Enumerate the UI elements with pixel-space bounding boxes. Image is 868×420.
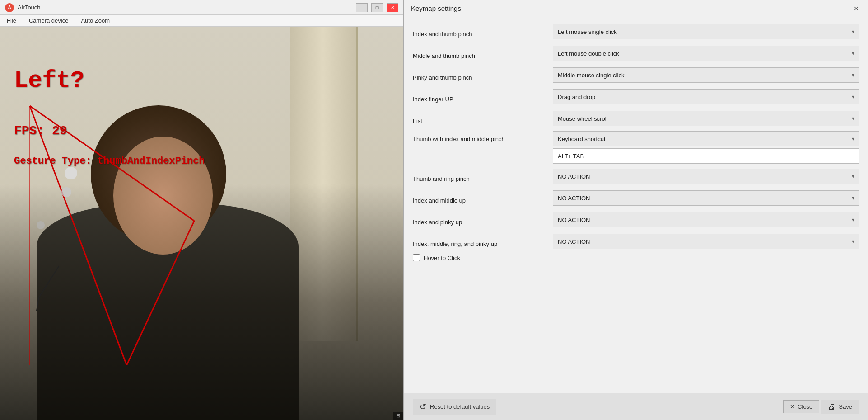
select-wrapper-4[interactable]: Left mouse single click Left mouse doubl…: [553, 111, 859, 126]
keymap-row-8: Index and pinky up Left mouse single cli…: [413, 211, 859, 229]
select-wrapper-3[interactable]: Left mouse single click Left mouse doubl…: [553, 89, 859, 104]
footer-right: ✕ Close 🖨 Save: [783, 400, 859, 414]
app-icon: A: [5, 3, 14, 12]
keymap-row-7: Index and middle up Left mouse single cl…: [413, 189, 859, 207]
select-wrapper-1[interactable]: Left mouse single click Left mouse doubl…: [553, 46, 859, 61]
keymap-footer: ↺ Reset to default values ✕ Close 🖨 Save: [404, 393, 868, 420]
action-select-6[interactable]: Left mouse single click Left mouse doubl…: [553, 169, 859, 184]
gesture-label-2: Pinky and thumb pinch: [413, 70, 553, 81]
app-title: AirTouch: [18, 4, 41, 11]
action-container-5: Left mouse single click Left mouse doubl…: [553, 131, 859, 164]
menu-camera-device[interactable]: Camera device: [26, 16, 71, 25]
keymap-titlebar: Keymap settings ✕: [404, 0, 868, 17]
gesture-label-0: Index and thumb pinch: [413, 26, 553, 38]
action-select-9[interactable]: Left mouse single click Left mouse doubl…: [553, 234, 859, 249]
keymap-row-4: Fist Left mouse single click Left mouse …: [413, 109, 859, 127]
action-select-0[interactable]: Left mouse single click Left mouse doubl…: [553, 24, 859, 39]
hover-click-row: Hover to Click: [413, 254, 859, 261]
window-close-button[interactable]: ✕: [387, 3, 398, 12]
gesture-label-6: Thumb and ring pinch: [413, 171, 553, 182]
keymap-row-3: Index finger UP Left mouse single click …: [413, 88, 859, 106]
action-container-8: Left mouse single click Left mouse doubl…: [553, 212, 859, 227]
minimize-button[interactable]: −: [356, 3, 368, 12]
reset-button[interactable]: ↺ Reset to default values: [413, 399, 496, 415]
maximize-button[interactable]: □: [371, 3, 383, 12]
select-wrapper-9[interactable]: Left mouse single click Left mouse doubl…: [553, 234, 859, 249]
select-wrapper-5[interactable]: Left mouse single click Left mouse doubl…: [553, 131, 859, 146]
keymap-panel: Keymap settings ✕ Index and thumb pinch …: [403, 0, 868, 420]
airtouch-window: A AirTouch − □ ✕ File Camera device Auto…: [0, 0, 403, 420]
gesture-label-7: Index and middle up: [413, 193, 553, 204]
face: [113, 137, 213, 255]
select-wrapper-8[interactable]: Left mouse single click Left mouse doubl…: [553, 212, 859, 227]
close-x-icon: ✕: [790, 403, 795, 410]
action-container-3: Left mouse single click Left mouse doubl…: [553, 89, 859, 104]
action-select-1[interactable]: Left mouse single click Left mouse doubl…: [553, 46, 859, 61]
save-label: Save: [839, 403, 852, 410]
action-select-3[interactable]: Left mouse single click Left mouse doubl…: [553, 89, 859, 104]
action-select-7[interactable]: Left mouse single click Left mouse doubl…: [553, 190, 859, 206]
footer-close-button[interactable]: ✕ Close: [783, 400, 819, 413]
select-wrapper-2[interactable]: Left mouse single click Left mouse doubl…: [553, 67, 859, 83]
action-select-4[interactable]: Left mouse single click Left mouse doubl…: [553, 111, 859, 126]
keymap-row-1: Middle and thumb pinch Left mouse single…: [413, 44, 859, 62]
gesture-display: Gesture Type: thumbAndIndexPinch: [14, 156, 205, 167]
action-container-7: Left mouse single click Left mouse doubl…: [553, 190, 859, 206]
menu-auto-zoom[interactable]: Auto Zoom: [78, 16, 112, 25]
gesture-label-8: Index and pinky up: [413, 214, 553, 226]
reset-icon: ↺: [420, 402, 426, 412]
select-wrapper-0[interactable]: Left mouse single click Left mouse doubl…: [553, 24, 859, 39]
gesture-label-5: Thumb with index and middle pinch: [413, 131, 553, 142]
select-wrapper-7[interactable]: Left mouse single click Left mouse doubl…: [553, 190, 859, 206]
hand-dot-1: [65, 167, 77, 179]
menubar: File Camera device Auto Zoom: [0, 15, 403, 27]
action-container-6: Left mouse single click Left mouse doubl…: [553, 169, 859, 184]
action-select-5[interactable]: Left mouse single click Left mouse doubl…: [553, 131, 859, 146]
save-button[interactable]: 🖨 Save: [821, 400, 859, 414]
airtouch-titlebar: A AirTouch − □ ✕: [0, 0, 403, 15]
keymap-content: Index and thumb pinch Left mouse single …: [404, 17, 868, 393]
gesture-label-3: Index finger UP: [413, 91, 553, 103]
action-select-2[interactable]: Left mouse single click Left mouse doubl…: [553, 67, 859, 83]
gesture-label-9: Index, middle, ring, and pinky up: [413, 236, 553, 247]
action-container-1: Left mouse single click Left mouse doubl…: [553, 46, 859, 61]
hand-dot-3: [37, 221, 45, 229]
keyboard-shortcut-input[interactable]: ALT+ TAB: [553, 148, 859, 164]
titlebar-controls: − □ ✕: [356, 3, 398, 12]
action-select-8[interactable]: Left mouse single click Left mouse doubl…: [553, 212, 859, 227]
fps-display: FPS: 29: [14, 124, 67, 138]
gesture-label-1: Middle and thumb pinch: [413, 48, 553, 59]
action-container-4: Left mouse single click Left mouse doubl…: [553, 111, 859, 126]
save-icon: 🖨: [828, 403, 835, 411]
action-container-0: Left mouse single click Left mouse doubl…: [553, 24, 859, 39]
keymap-row-9: Index, middle, ring, and pinky up Left m…: [413, 232, 859, 250]
keymap-title: Keymap settings: [411, 5, 461, 12]
camera-view: Left? FPS: 29 Gesture Type: thumbAndInde…: [0, 27, 403, 420]
titlebar-left: A AirTouch: [5, 3, 41, 12]
action-container-2: Left mouse single click Left mouse doubl…: [553, 67, 859, 83]
hover-to-click-label: Hover to Click: [424, 255, 460, 261]
keymap-row-5: Thumb with index and middle pinch Left m…: [413, 131, 859, 164]
reset-label: Reset to default values: [430, 403, 490, 410]
left-indicator: Left?: [14, 67, 84, 94]
keymap-row-0: Index and thumb pinch Left mouse single …: [413, 23, 859, 41]
keymap-close-icon-btn[interactable]: ✕: [852, 4, 861, 13]
statusbar-icon: ⊞: [396, 413, 400, 418]
gesture-label-4: Fist: [413, 113, 553, 124]
hand-dot-2: [61, 187, 71, 197]
footer-close-label: Close: [798, 403, 812, 410]
keymap-row-2: Pinky and thumb pinch Left mouse single …: [413, 66, 859, 84]
select-wrapper-6[interactable]: Left mouse single click Left mouse doubl…: [553, 169, 859, 184]
action-container-9: Left mouse single click Left mouse doubl…: [553, 234, 859, 249]
menu-file[interactable]: File: [4, 16, 19, 25]
camera-statusbar: ⊞: [393, 412, 403, 420]
hover-to-click-checkbox[interactable]: [413, 254, 420, 261]
keymap-row-6: Thumb and ring pinch Left mouse single c…: [413, 167, 859, 185]
footer-left: ↺ Reset to default values: [413, 399, 496, 415]
